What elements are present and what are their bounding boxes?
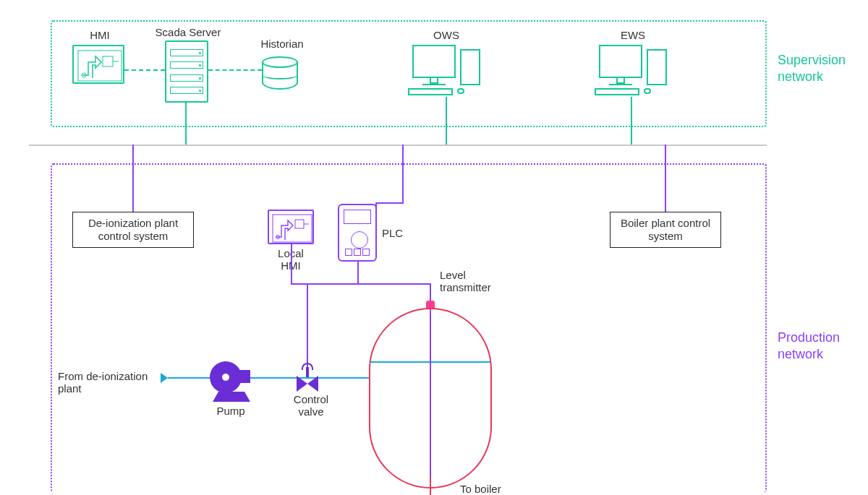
sig-plc-down <box>357 262 359 283</box>
to-boiler-label: To boiler <box>460 483 525 495</box>
historian-label: Historian <box>253 38 311 50</box>
pipe-tank-out-v2 <box>430 477 431 495</box>
sig-plc-to-hmi-v <box>291 244 292 285</box>
drop-plc-h <box>375 202 404 204</box>
drop-ows <box>446 97 447 145</box>
bus-line <box>29 145 767 146</box>
tank-internal-level-line <box>430 309 431 477</box>
ews-icon <box>595 45 674 97</box>
plc-icon <box>338 204 377 262</box>
production-network-label: Production network <box>778 330 840 362</box>
hmi-label: HMI <box>85 29 114 41</box>
scada-server-icon <box>165 40 208 103</box>
control-valve-label: Control valve <box>291 393 331 418</box>
level-transmitter-label: Level transmitter <box>440 269 505 294</box>
diagram-canvas: Supervision network Production network H… <box>0 0 868 495</box>
supervision-network-label: Supervision network <box>778 52 846 85</box>
sig-plc-to-hmi-h <box>291 283 359 285</box>
pump-label: Pump <box>214 405 247 417</box>
from-deion-label: From de-ionization plant <box>58 370 165 395</box>
sig-plc-to-valve-v <box>307 283 308 369</box>
from-deion-arrow <box>161 373 168 383</box>
hmi-icon <box>72 45 124 84</box>
pump-icon <box>210 361 250 402</box>
drop-scada <box>185 103 187 145</box>
svg-rect-3 <box>273 215 312 242</box>
sig-plc-to-lt-h <box>357 283 431 285</box>
svg-rect-5 <box>295 220 304 228</box>
ows-label: OWS <box>428 29 464 41</box>
control-valve-icon <box>297 363 318 392</box>
ows-icon <box>408 45 488 97</box>
deion-control-system: De-ionization plant control system <box>72 212 194 248</box>
drop-plc <box>402 145 404 202</box>
link-hmi-scada <box>124 69 165 71</box>
boiler-control-system: Boiler plant control system <box>610 212 721 248</box>
scada-label: Scada Server <box>148 26 228 38</box>
svg-rect-0 <box>78 51 122 81</box>
drop-deion <box>132 145 134 212</box>
drop-boiler <box>665 145 666 212</box>
pipe-in <box>168 377 369 379</box>
historian-icon <box>262 56 298 90</box>
link-scada-historian <box>208 69 262 71</box>
svg-rect-2 <box>103 56 113 66</box>
drop-ews <box>631 97 632 145</box>
local-hmi-icon <box>268 210 314 244</box>
ews-label: EWS <box>615 29 651 41</box>
plc-label: PLC <box>382 227 411 239</box>
